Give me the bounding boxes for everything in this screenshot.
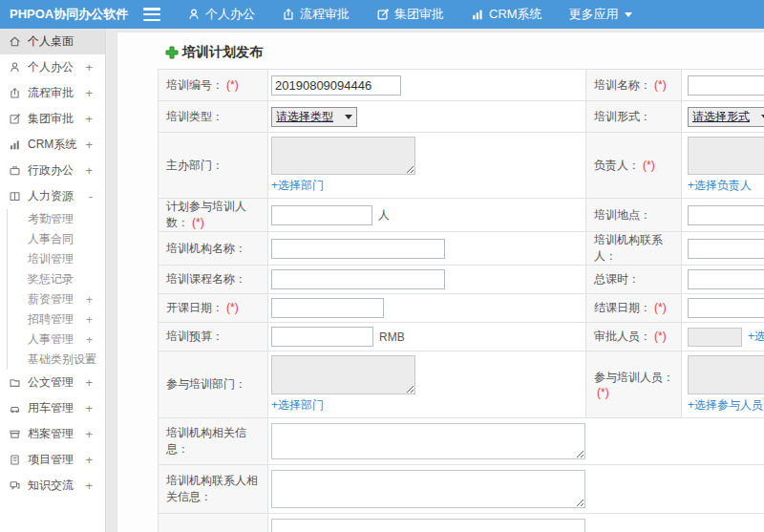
sidebar-sub-training[interactable]: 培训管理: [8, 249, 105, 269]
menu-icon[interactable]: [143, 8, 160, 21]
select-dept-link[interactable]: +选择部门: [271, 178, 324, 194]
nav-personal-office[interactable]: 个人办公: [174, 0, 268, 29]
user-icon: [9, 61, 21, 74]
nav-workflow-approval[interactable]: 流程审批: [268, 0, 363, 29]
select-leader-link[interactable]: +选择负责人: [688, 178, 752, 194]
sidebar-item-workflow-approval[interactable]: 流程审批 +: [0, 80, 105, 106]
sidebar-item-archives[interactable]: 档案管理 +: [0, 421, 105, 447]
org-contact-info-textarea[interactable]: [271, 470, 585, 508]
table-row: 计划参与培训人数：(*) 人 培训地点：: [159, 199, 764, 232]
end-date-input[interactable]: [688, 298, 764, 318]
field-label: 负责人：: [594, 159, 640, 172]
sidebar-sub-reward[interactable]: 奖惩记录: [8, 269, 105, 289]
archive-icon: [9, 428, 21, 440]
nav-more-apps[interactable]: 更多应用: [556, 0, 646, 29]
training-place-input[interactable]: [688, 205, 764, 225]
sidebar-item-vehicle[interactable]: 用车管理 +: [0, 395, 105, 421]
table-row: 培训编号：(*) 培训名称：(*): [159, 70, 764, 101]
join-dept-textarea[interactable]: [271, 355, 415, 394]
required-mark: (*): [643, 159, 655, 172]
sidebar-item-projects[interactable]: 项目管理 +: [0, 447, 105, 473]
org-info-textarea[interactable]: [271, 423, 585, 459]
expand-plus[interactable]: +: [86, 293, 93, 307]
approver-box[interactable]: [688, 328, 742, 347]
field-label: 培训机构联系人：: [594, 233, 663, 263]
requirement-textarea[interactable]: [271, 519, 585, 532]
field-label: 主办部门：: [166, 159, 223, 172]
expand-plus[interactable]: +: [85, 138, 93, 152]
sidebar-item-group-approval[interactable]: 集团审批 +: [0, 106, 105, 132]
expand-plus[interactable]: +: [85, 86, 93, 100]
field-label: 培训形式：: [594, 110, 651, 123]
table-row: 培训类型： 请选择类型 培训形式： 请选择形式: [159, 101, 764, 133]
expand-plus[interactable]: +: [85, 163, 93, 178]
home-icon: [9, 35, 21, 48]
field-label: 培训课程名称：: [166, 272, 246, 286]
nav-crm-system[interactable]: CRM系统: [457, 0, 556, 29]
table-row: 培训机构名称： 培训机构联系人：: [159, 232, 764, 266]
sidebar-item-hr[interactable]: 人力资源 -: [0, 183, 105, 209]
table-row: 开课日期：(*) 结课日期：(*): [159, 294, 764, 323]
org-name-input[interactable]: [271, 239, 445, 259]
field-label: 培训编号：: [166, 78, 223, 92]
expand-plus[interactable]: +: [86, 333, 93, 347]
budget-input[interactable]: [271, 327, 373, 347]
field-label: 培训机构联系人相关信息：: [166, 474, 258, 503]
sidebar-item-crm[interactable]: CRM系统 +: [0, 132, 105, 158]
sidebar-item-knowledge[interactable]: 知识交流 +: [0, 473, 105, 499]
expand-plus[interactable]: +: [85, 112, 93, 126]
sidebar-item-personal-office[interactable]: 个人办公 +: [0, 54, 105, 80]
expand-plus[interactable]: +: [85, 375, 93, 390]
expand-plus[interactable]: +: [85, 60, 93, 74]
field-label: 培训名称：: [594, 78, 651, 92]
nav-label: CRM系统: [489, 6, 542, 23]
expand-plus[interactable]: +: [85, 453, 93, 467]
nav-group-approval[interactable]: 集团审批: [363, 0, 457, 29]
expand-plus[interactable]: +: [85, 427, 93, 441]
join-users-textarea[interactable]: [688, 355, 764, 394]
sidebar-sub-recruit[interactable]: 招聘管理+: [8, 309, 105, 330]
training-no-input[interactable]: [271, 75, 401, 96]
required-mark: (*): [654, 301, 667, 314]
field-label: 参与培训人员：: [594, 371, 674, 384]
expand-plus[interactable]: +: [85, 401, 93, 415]
select-join-users-link[interactable]: +选择参与人员: [688, 397, 763, 414]
training-name-input[interactable]: [688, 75, 764, 96]
required-mark: (*): [226, 301, 239, 314]
training-type-select[interactable]: 请选择类型: [271, 107, 357, 127]
select-approver-link[interactable]: +选择审批人员: [748, 329, 764, 345]
leader-textarea[interactable]: [688, 137, 764, 175]
expand-plus[interactable]: +: [86, 353, 93, 367]
field-label: 计划参与培训人数：: [166, 200, 246, 229]
expand-plus[interactable]: +: [85, 479, 93, 493]
org-contact-input[interactable]: [688, 239, 764, 259]
sidebar-item-documents[interactable]: 公文管理 +: [0, 370, 105, 395]
sidebar-sub-hr-contract[interactable]: 人事合同: [8, 229, 105, 249]
total-hours-input[interactable]: [688, 269, 764, 289]
plus-icon: [165, 46, 179, 59]
start-date-input[interactable]: [271, 298, 384, 318]
sidebar-sub-attendance[interactable]: 考勤管理: [8, 209, 105, 229]
table-row: 培训要求：: [159, 514, 764, 532]
expand-plus[interactable]: +: [86, 313, 93, 327]
sidebar-sub-base-category[interactable]: 基础类别设置+: [8, 350, 105, 370]
training-mode-select[interactable]: 请选择形式: [688, 107, 764, 127]
sidebar-item-admin-office[interactable]: 行政办公 +: [0, 158, 105, 183]
collapse-minus[interactable]: -: [89, 189, 93, 203]
nav-label: 个人办公: [205, 6, 255, 23]
field-label: 结课日期：: [594, 301, 651, 314]
sidebar-item-label: 行政办公: [28, 162, 74, 179]
notebook-icon: [9, 454, 21, 466]
participant-count-input[interactable]: [271, 205, 372, 225]
sidebar-item-desktop[interactable]: 个人桌面: [0, 29, 105, 54]
course-name-input[interactable]: [271, 269, 445, 289]
sidebar-item-label: 个人桌面: [28, 33, 74, 50]
required-mark: (*): [192, 216, 204, 229]
sidebar-sub-salary[interactable]: 薪资管理+: [8, 289, 105, 309]
host-dept-textarea[interactable]: [271, 137, 415, 175]
folder-icon: [9, 376, 21, 389]
sidebar-item-label: 流程审批: [28, 85, 74, 101]
select-join-dept-link[interactable]: +选择部门: [271, 397, 324, 414]
sidebar-sub-personnel[interactable]: 人事管理+: [8, 330, 105, 350]
sidebar-item-label: 知识交流: [28, 478, 74, 494]
